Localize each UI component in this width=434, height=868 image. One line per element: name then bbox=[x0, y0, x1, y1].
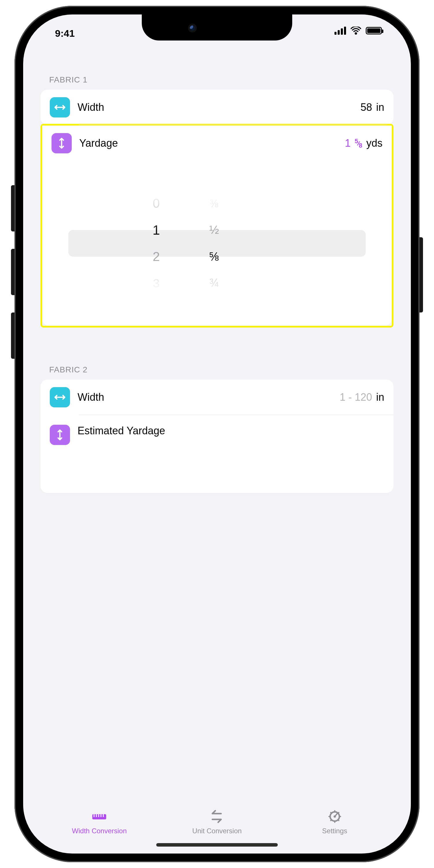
value-whole: 1 bbox=[345, 137, 351, 149]
tab-unit-conversion[interactable]: Unit Conversion bbox=[159, 809, 275, 835]
value-fraction: 5/8 bbox=[355, 140, 362, 147]
section-header-fabric1: FABRIC 1 bbox=[40, 64, 394, 90]
picker-option[interactable]: ⅞ bbox=[188, 298, 240, 322]
picker-option-selected[interactable]: ⅝ bbox=[185, 243, 243, 270]
card-fabric2: Width 1 - 120 in Estimated Yardage bbox=[40, 380, 394, 493]
tab-width-conversion[interactable]: Width Conversion bbox=[41, 809, 158, 835]
tab-label: Unit Conversion bbox=[192, 827, 242, 835]
label-estimated-yardage: Estimated Yardage bbox=[78, 425, 384, 437]
row-fabric2-yardage[interactable]: Estimated Yardage bbox=[40, 415, 394, 493]
width-icon bbox=[50, 387, 70, 407]
value-fabric1-width: 58 in bbox=[361, 101, 384, 114]
value-number: 58 bbox=[361, 101, 372, 114]
picker-option[interactable]: 3 bbox=[130, 271, 182, 296]
row-fabric1-yardage[interactable]: Yardage 1 5/8 yds bbox=[42, 126, 392, 161]
value-unit: in bbox=[376, 391, 384, 403]
picker-option-selected[interactable]: 1 bbox=[127, 217, 185, 243]
picker-option[interactable]: ⅜ bbox=[188, 191, 240, 216]
picker-option[interactable] bbox=[132, 166, 180, 187]
wifi-icon bbox=[351, 27, 361, 35]
picker-option[interactable]: ¾ bbox=[186, 271, 242, 296]
width-icon bbox=[50, 97, 70, 118]
picker-option[interactable]: 0 bbox=[128, 191, 184, 216]
cellular-icon bbox=[335, 27, 346, 35]
value-unit: yds bbox=[366, 137, 382, 149]
yardage-icon bbox=[50, 425, 70, 445]
front-camera bbox=[188, 24, 197, 32]
home-indicator[interactable] bbox=[156, 843, 278, 846]
app-content: FABRIC 1 Width 58 in bbox=[23, 64, 411, 802]
gear-icon bbox=[326, 809, 343, 824]
picker-option[interactable]: 4 bbox=[132, 299, 180, 320]
card-fabric1: Width 58 in bbox=[40, 90, 394, 125]
yardage-icon bbox=[52, 133, 72, 153]
picker-option[interactable]: 2 bbox=[128, 244, 184, 269]
label-width: Width bbox=[78, 101, 353, 114]
battery-icon bbox=[366, 27, 382, 34]
value-fabric2-width: 1 - 120 in bbox=[340, 391, 384, 403]
tab-bar: Width Conversion Unit Conversion Setting… bbox=[23, 802, 411, 854]
value-unit: in bbox=[376, 101, 384, 114]
device-frame: 9:41 FABRIC 1 Width 58 in bbox=[14, 6, 420, 862]
picker-wheel-whole[interactable]: 0 1 2 3 4 bbox=[127, 163, 185, 323]
picker-wheel-fraction[interactable]: ¼ ⅜ ½ ⅝ ¾ ⅞ bbox=[185, 163, 243, 323]
swap-arrows-icon bbox=[208, 809, 226, 824]
tab-label: Settings bbox=[322, 827, 347, 835]
picker-option[interactable]: ½ bbox=[186, 217, 242, 243]
screen: 9:41 FABRIC 1 Width 58 in bbox=[23, 14, 411, 854]
row-fabric2-width[interactable]: Width 1 - 120 in bbox=[40, 380, 394, 415]
row-fabric1-width[interactable]: Width 58 in bbox=[40, 90, 394, 125]
status-time: 9:41 bbox=[55, 28, 75, 39]
label-width: Width bbox=[78, 391, 332, 403]
yardage-picker[interactable]: 0 1 2 3 4 ¼ ⅜ ½ ⅝ ¾ ⅞ bbox=[42, 161, 392, 326]
label-yardage: Yardage bbox=[79, 137, 337, 149]
value-placeholder: 1 - 120 bbox=[340, 391, 372, 403]
ruler-icon bbox=[91, 809, 108, 824]
value-fabric1-yardage: 1 5/8 yds bbox=[345, 137, 382, 149]
tab-label: Width Conversion bbox=[72, 827, 127, 835]
notch bbox=[142, 14, 292, 40]
tab-settings[interactable]: Settings bbox=[276, 809, 393, 835]
picker-option[interactable]: ¼ bbox=[190, 166, 238, 187]
yardage-highlight: Yardage 1 5/8 yds 0 bbox=[40, 124, 394, 328]
section-header-fabric2: FABRIC 2 bbox=[40, 353, 394, 380]
